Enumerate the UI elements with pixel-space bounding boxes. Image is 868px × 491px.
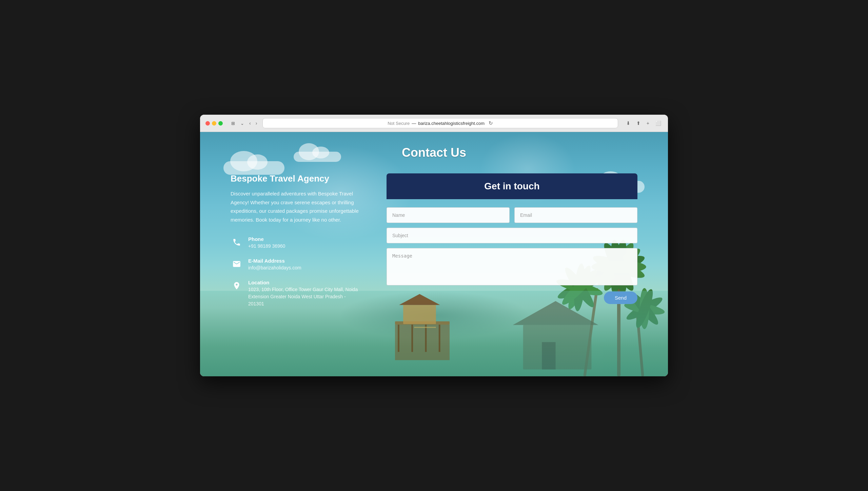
sidebar-toggle-chevron[interactable]: ⌄ <box>239 120 246 127</box>
email-value: info@barizaholidays.com <box>248 264 301 271</box>
forward-button[interactable]: › <box>254 120 259 127</box>
back-button[interactable]: ‹ <box>248 120 252 127</box>
content-wrapper: Contact Us Bespoke Travel Agency Discove… <box>200 132 668 321</box>
form-row-subject <box>387 228 637 243</box>
share-button[interactable]: ⬆ <box>635 120 642 127</box>
contact-location-info: Location 1023, 10th Floor, Office Tower … <box>248 280 359 307</box>
message-input[interactable] <box>387 248 637 285</box>
form-row-message <box>387 248 637 285</box>
contact-item-email: E-Mail Address info@barizaholidays.com <box>231 258 359 271</box>
browser-controls: ⊞ ⌄ ‹ › <box>230 120 258 127</box>
contact-item-phone: Phone +91 98189 36960 <box>231 236 359 250</box>
form-row-name-email <box>387 207 637 223</box>
phone-icon <box>231 236 243 248</box>
location-label: Location <box>248 280 359 285</box>
send-button[interactable]: Send <box>604 291 637 304</box>
contact-phone-info: Phone +91 98189 36960 <box>248 236 285 250</box>
maximize-button[interactable] <box>218 121 223 126</box>
url-separator: — <box>412 121 416 126</box>
phone-value: +91 98189 36960 <box>248 243 285 250</box>
reload-button[interactable]: ↻ <box>489 120 493 126</box>
svg-rect-29 <box>425 325 427 352</box>
page-content: Contact Us Bespoke Travel Agency Discove… <box>200 132 668 376</box>
location-icon <box>231 280 243 292</box>
minimize-button[interactable] <box>212 121 216 126</box>
browser-right-controls: ⬇ ⬆ + ⬜ <box>625 120 663 127</box>
browser-window: ⊞ ⌄ ‹ › Not Secure — bariza.cheetahlogis… <box>200 115 668 376</box>
address-bar[interactable]: Not Secure — bariza.cheetahlogisticsfrei… <box>262 118 618 128</box>
agency-description: Discover unparalleled adventures with Be… <box>231 189 359 224</box>
contact-form-card: Get in touch <box>387 173 637 304</box>
page-title: Contact Us <box>220 146 648 160</box>
browser-chrome: ⊞ ⌄ ‹ › Not Secure — bariza.cheetahlogis… <box>200 115 668 132</box>
contact-item-location: Location 1023, 10th Floor, Office Tower … <box>231 280 359 307</box>
agency-name: Bespoke Travel Agency <box>231 173 359 184</box>
download-button[interactable]: ⬇ <box>625 120 632 127</box>
subject-input[interactable] <box>387 228 637 243</box>
contact-email-info: E-Mail Address info@barizaholidays.com <box>248 258 301 271</box>
svg-rect-28 <box>411 325 413 352</box>
traffic-lights <box>205 121 223 126</box>
new-tab-button[interactable]: + <box>645 120 651 127</box>
right-panel: Get in touch <box>387 173 637 304</box>
name-input[interactable] <box>387 207 510 223</box>
svg-rect-22 <box>523 325 592 370</box>
url-display: bariza.cheetahlogisticsfreight.com <box>418 121 485 126</box>
svg-rect-26 <box>395 325 450 360</box>
left-panel: Bespoke Travel Agency Discover unparalle… <box>231 173 359 307</box>
close-button[interactable] <box>205 121 210 126</box>
form-header: Get in touch <box>387 173 637 199</box>
email-input[interactable] <box>514 207 637 223</box>
svg-rect-30 <box>439 325 440 352</box>
sidebar-toggle-button[interactable]: ⊞ <box>230 120 237 127</box>
form-body: Send <box>387 199 637 304</box>
form-header-title: Get in touch <box>397 181 627 192</box>
svg-rect-24 <box>542 342 555 370</box>
phone-label: Phone <box>248 236 285 242</box>
email-icon <box>231 258 243 270</box>
form-submit-row: Send <box>387 290 637 304</box>
main-layout: Bespoke Travel Agency Discover unparalle… <box>231 173 637 307</box>
location-value: 1023, 10th Floor, Office Tower Gaur City… <box>248 286 359 307</box>
security-indicator: Not Secure <box>388 121 410 126</box>
contact-items: Phone +91 98189 36960 <box>231 236 359 307</box>
svg-rect-27 <box>398 325 399 352</box>
svg-rect-33 <box>414 327 436 328</box>
extensions-button[interactable]: ⬜ <box>654 120 663 127</box>
svg-rect-25 <box>395 321 450 325</box>
email-label: E-Mail Address <box>248 258 301 264</box>
